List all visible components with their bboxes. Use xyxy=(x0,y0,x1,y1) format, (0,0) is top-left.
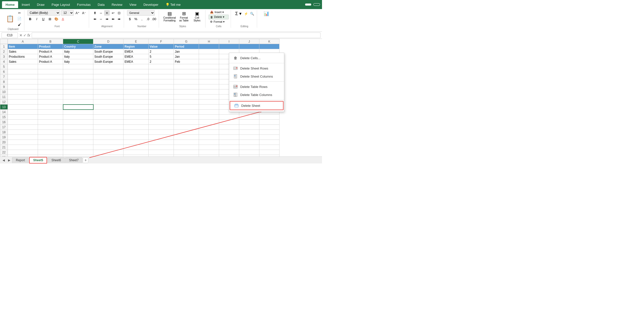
cell[interactable] xyxy=(199,145,219,150)
sheet-tab-report[interactable]: Report xyxy=(12,157,29,163)
cell[interactable] xyxy=(149,110,174,115)
cell[interactable] xyxy=(149,150,174,155)
cell[interactable]: Italy xyxy=(63,59,93,64)
cell[interactable] xyxy=(63,105,93,110)
cell[interactable] xyxy=(93,155,124,157)
cell[interactable] xyxy=(174,74,199,79)
cell[interactable]: Productions xyxy=(8,54,38,59)
cell[interactable] xyxy=(239,150,259,155)
delete-dropdown-button[interactable]: 🗑Delete ▾ xyxy=(209,15,229,19)
cell[interactable] xyxy=(239,120,259,125)
row-header-14[interactable]: 14 xyxy=(0,110,8,115)
cell[interactable] xyxy=(239,135,259,140)
cell[interactable] xyxy=(63,150,93,155)
cell[interactable] xyxy=(174,84,199,89)
cell[interactable] xyxy=(63,69,93,74)
cell[interactable] xyxy=(93,125,124,130)
cell[interactable] xyxy=(124,125,149,130)
row-header-22[interactable]: 22 xyxy=(0,150,8,155)
cell[interactable] xyxy=(174,120,199,125)
tab-home[interactable]: Home xyxy=(2,1,18,8)
increase-decimal-button[interactable]: .00 xyxy=(151,16,157,22)
cell[interactable] xyxy=(259,44,279,49)
cell[interactable] xyxy=(8,79,38,84)
cell[interactable] xyxy=(93,94,124,100)
find-select-button[interactable]: 🔍 xyxy=(249,11,255,16)
cell[interactable] xyxy=(63,140,93,145)
col-header-D[interactable]: D xyxy=(93,39,124,44)
cell[interactable] xyxy=(199,140,219,145)
sort-filter-button[interactable]: ⚡ xyxy=(243,11,249,16)
delete-table-columns-item[interactable]: Delete Table Columns xyxy=(229,91,284,99)
row-header-16[interactable]: 16 xyxy=(0,120,8,125)
cell[interactable] xyxy=(93,150,124,155)
cell[interactable] xyxy=(63,145,93,150)
underline-button[interactable]: U xyxy=(41,16,46,22)
cut-button[interactable]: ✂ xyxy=(17,10,22,16)
col-header-E[interactable]: E xyxy=(124,39,149,44)
cell[interactable] xyxy=(199,135,219,140)
cell[interactable] xyxy=(199,79,219,84)
cell[interactable] xyxy=(149,100,174,105)
cell[interactable] xyxy=(259,120,279,125)
cell[interactable] xyxy=(199,130,219,135)
confirm-icon[interactable]: ✓ xyxy=(23,33,26,37)
increase-indent-button[interactable]: ➡ xyxy=(116,16,122,22)
cell[interactable] xyxy=(174,145,199,150)
cell[interactable] xyxy=(63,115,93,120)
cell[interactable] xyxy=(239,145,259,150)
cell[interactable] xyxy=(38,130,63,135)
cell[interactable] xyxy=(199,54,219,59)
cell[interactable]: EMEA xyxy=(124,59,149,64)
cell[interactable] xyxy=(174,115,199,120)
tab-draw[interactable]: Draw xyxy=(33,1,48,8)
analyse-data-button[interactable]: 📊 xyxy=(260,10,273,17)
decrease-decimal-button[interactable]: .0 xyxy=(145,16,151,22)
cell[interactable]: 5 xyxy=(149,54,174,59)
cell[interactable] xyxy=(239,140,259,145)
cell[interactable] xyxy=(38,79,63,84)
cell[interactable] xyxy=(199,59,219,64)
cell[interactable] xyxy=(8,110,38,115)
cell[interactable] xyxy=(93,130,124,135)
cell[interactable] xyxy=(38,115,63,120)
align-bottom-button[interactable]: ≡ xyxy=(104,10,110,16)
cell[interactable] xyxy=(174,79,199,84)
cell[interactable] xyxy=(149,74,174,79)
decrease-font-button[interactable]: A⁻ xyxy=(81,10,87,16)
cell[interactable]: South Europe xyxy=(93,54,124,59)
cell[interactable] xyxy=(8,155,38,157)
cell[interactable] xyxy=(174,150,199,155)
cell[interactable] xyxy=(259,150,279,155)
cell[interactable] xyxy=(259,125,279,130)
cell[interactable] xyxy=(38,110,63,115)
cell[interactable] xyxy=(219,125,239,130)
cell[interactable] xyxy=(63,155,93,157)
delete-sheet-item[interactable]: Delete Sheet xyxy=(230,101,284,110)
col-header-C[interactable]: C xyxy=(63,39,93,44)
sheet-tab-sheet6[interactable]: Sheet6 xyxy=(48,157,65,163)
cell[interactable] xyxy=(124,130,149,135)
cell[interactable] xyxy=(93,105,124,110)
merge-cells-button[interactable]: ⊡ xyxy=(116,10,122,16)
cell[interactable] xyxy=(219,155,239,157)
row-header-10[interactable]: 10 xyxy=(0,89,8,94)
cell[interactable] xyxy=(38,155,63,157)
sum-button[interactable]: Σ ▾ xyxy=(234,10,243,17)
cell[interactable] xyxy=(8,125,38,130)
cell[interactable] xyxy=(219,120,239,125)
cell[interactable] xyxy=(8,115,38,120)
align-right-button[interactable]: ➡ xyxy=(104,16,110,22)
cell[interactable]: Zone xyxy=(93,44,124,49)
tab-view[interactable]: View xyxy=(126,1,140,8)
cell[interactable] xyxy=(93,84,124,89)
sheet-nav-left[interactable]: ◀ xyxy=(1,158,6,163)
row-header-4[interactable]: 4 xyxy=(0,59,8,64)
cell[interactable]: EMEA xyxy=(124,54,149,59)
cell[interactable] xyxy=(124,64,149,69)
row-header-3[interactable]: 3 xyxy=(0,54,8,59)
font-color-button[interactable]: A xyxy=(60,16,66,22)
format-dropdown-button[interactable]: ⚙Format ▾ xyxy=(209,20,229,24)
cell[interactable] xyxy=(219,135,239,140)
delete-table-rows-item[interactable]: Delete Table Rows xyxy=(229,83,284,91)
